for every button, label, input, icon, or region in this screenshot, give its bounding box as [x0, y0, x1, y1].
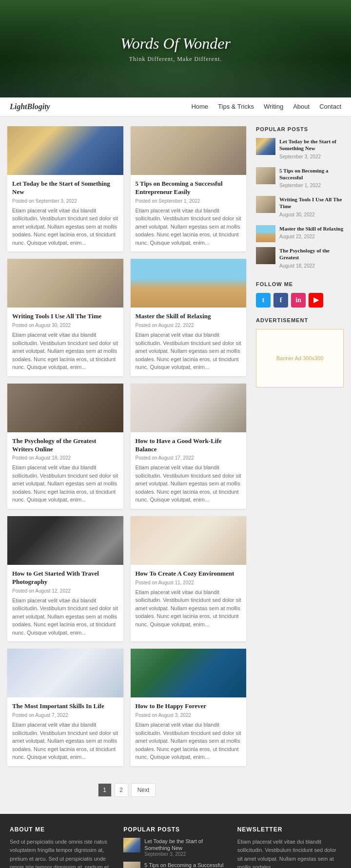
- post-title: How to Have a Good Work-Life Balance: [136, 437, 242, 454]
- instagram-icon[interactable]: in: [291, 293, 306, 308]
- hero-title: Words Of Wonder: [120, 35, 231, 53]
- post-title: How to Get Started With Travel Photograp…: [12, 570, 118, 586]
- sidebar-popular-item[interactable]: Master the Skill of Relaxing August 22, …: [256, 225, 344, 242]
- nav-home[interactable]: Home: [191, 103, 208, 110]
- post-card[interactable]: 5 Tips on Becoming a Successful Entrepre…: [131, 126, 247, 251]
- post-image: [131, 384, 247, 432]
- popular-post-thumb: [256, 138, 275, 155]
- sidebar-popular-item[interactable]: 5 Tips on Becoming a Successful Septembe…: [256, 167, 344, 192]
- post-title: Writing Tools I Use All The Time: [12, 312, 118, 321]
- footer-popular-item[interactable]: 5 Tips on Becoming a Successful Entrepre…: [123, 862, 227, 868]
- nav-writing[interactable]: Writing: [264, 103, 283, 110]
- footer-post-title: Let Today be the Start of Something New: [144, 838, 227, 852]
- nav-tips[interactable]: Tips & Tricks: [218, 103, 254, 110]
- post-card[interactable]: Writing Tools I Use All The Time Posted …: [7, 259, 123, 376]
- footer: ABOUT ME Sed ut perspiciatis unde omnis …: [0, 814, 351, 868]
- pagination: 1 2 Next: [7, 776, 246, 804]
- post-title: The Most Important Skills In Life: [12, 702, 118, 711]
- post-title: How To Create A Cozy Environment: [136, 570, 242, 578]
- popular-post-title: 5 Tips on Becoming a Successful: [279, 167, 344, 181]
- post-date: Posted on August 17, 2022: [136, 455, 242, 461]
- footer-post-info: 5 Tips on Becoming a Successful Entrepre…: [144, 862, 227, 868]
- post-card[interactable]: Master the Skill of Relaxing Posted on A…: [131, 259, 247, 376]
- popular-post-title: Writing Tools I Use All The Time: [279, 196, 344, 210]
- popular-post-thumb: [256, 225, 275, 242]
- footer-thumb-image: [123, 862, 140, 868]
- post-image: [131, 259, 247, 308]
- page-2-button[interactable]: 2: [115, 783, 128, 797]
- post-card[interactable]: How to Be Happy Forever Posted on August…: [131, 649, 247, 766]
- popular-post-image: [256, 225, 275, 242]
- post-excerpt: Etiam placerat velit vitae dui blandit s…: [12, 331, 118, 371]
- post-date: Posted on August 3, 2022: [136, 713, 242, 718]
- post-image: [7, 384, 123, 432]
- post-title: 5 Tips on Becoming a Successful Entrepre…: [136, 180, 242, 196]
- popular-post-image: [256, 196, 275, 213]
- ad-box: Banner Ad 300x300: [256, 329, 344, 387]
- footer-popular-item[interactable]: Let Today be the Start of Something New …: [123, 838, 227, 857]
- post-card[interactable]: The Psychology of the Greatest Writers O…: [7, 384, 123, 509]
- hero-subtitle: Think Different, Make Different.: [129, 56, 222, 63]
- sidebar-popular-item[interactable]: Writing Tools I Use All The Time August …: [256, 196, 344, 220]
- popular-posts-heading: POPULAR POSTS: [256, 126, 344, 132]
- ad-label: Banner Ad 300x300: [276, 355, 324, 361]
- post-title: Let Today be the Start of Something New: [12, 180, 118, 196]
- popular-post-title: The Psychology of the Greatest: [279, 247, 344, 261]
- popular-post-image: [256, 167, 275, 184]
- popular-post-date: August 30, 2022: [279, 212, 344, 217]
- popular-post-date: September 3, 2022: [279, 154, 344, 159]
- post-body: How to Get Started With Travel Photograp…: [7, 565, 123, 641]
- post-card[interactable]: How to Get Started With Travel Photograp…: [7, 516, 123, 641]
- popular-posts-section: POPULAR POSTS Let Today be the Start of …: [256, 126, 344, 271]
- nav-contact[interactable]: Contact: [319, 103, 341, 110]
- nav-about[interactable]: About: [293, 103, 310, 110]
- footer-post-title: 5 Tips on Becoming a Successful Entrepre…: [144, 862, 227, 868]
- popular-post-info: Writing Tools I Use All The Time August …: [279, 196, 344, 220]
- popular-post-title: Let Today be the Start of Something New: [279, 138, 344, 152]
- post-excerpt: Etiam placerat velit vitae dui blandit s…: [12, 597, 118, 637]
- popular-post-thumb: [256, 196, 275, 213]
- post-card[interactable]: Let Today be the Start of Something New …: [7, 126, 123, 251]
- post-card[interactable]: How To Create A Cozy Environment Posted …: [131, 516, 247, 641]
- post-body: How to Be Happy Forever Posted on August…: [131, 697, 247, 766]
- post-date: Posted on September 1, 2022: [136, 198, 242, 204]
- sidebar-popular-item[interactable]: The Psychology of the Greatest August 18…: [256, 247, 344, 271]
- social-icons: t f in ▶: [256, 293, 344, 308]
- next-button[interactable]: Next: [131, 783, 156, 797]
- popular-post-title: Master the Skill of Relaxing: [279, 225, 343, 232]
- post-card[interactable]: The Most Important Skills In Life Posted…: [7, 649, 123, 766]
- footer-about-heading: ABOUT ME: [10, 826, 114, 833]
- post-title: Master the Skill of Relaxing: [136, 312, 242, 321]
- post-body: The Psychology of the Greatest Writers O…: [7, 432, 123, 509]
- popular-post-thumb: [256, 247, 275, 264]
- facebook-icon[interactable]: f: [273, 293, 288, 308]
- post-date: Posted on August 7, 2022: [12, 713, 118, 718]
- post-image: [131, 516, 247, 565]
- twitter-icon[interactable]: t: [256, 293, 271, 308]
- footer-inner: ABOUT ME Sed ut perspiciatis unde omnis …: [10, 826, 341, 868]
- popular-post-date: August 18, 2022: [279, 263, 344, 269]
- popular-post-image: [256, 138, 275, 155]
- page-1-button[interactable]: 1: [98, 783, 112, 797]
- post-image: [7, 126, 123, 175]
- footer-post-date: September 3, 2022: [144, 851, 227, 857]
- popular-post-info: Let Today be the Start of Something New …: [279, 138, 344, 162]
- post-image: [131, 126, 247, 175]
- post-body: 5 Tips on Becoming a Successful Entrepre…: [131, 175, 247, 251]
- post-excerpt: Etiam placerat velit vitae dui blandit s…: [12, 207, 118, 247]
- sidebar-popular-item[interactable]: Let Today be the Start of Something New …: [256, 138, 344, 162]
- post-card[interactable]: How to Have a Good Work-Life Balance Pos…: [131, 384, 247, 509]
- follow-section: FOLLOW ME t f in ▶: [256, 281, 344, 308]
- footer-thumb: [123, 862, 140, 868]
- hero-section: Words Of Wonder Think Different, Make Di…: [0, 0, 351, 97]
- footer-popular: POPULAR POSTS Let Today be the Start of …: [123, 826, 227, 868]
- footer-newsletter-text: Etiam placerat velit vitae dui blandit s…: [237, 838, 341, 868]
- post-excerpt: Etiam placerat velit vitae dui blandit s…: [136, 331, 242, 371]
- post-image: [7, 516, 123, 565]
- nav-logo[interactable]: LightBlogity: [10, 102, 50, 111]
- post-excerpt: Etiam placerat velit vitae dui blandit s…: [136, 721, 242, 761]
- sidebar: POPULAR POSTS Let Today be the Start of …: [256, 126, 344, 804]
- footer-newsletter-heading: NEWSLETTER: [237, 826, 341, 833]
- youtube-icon[interactable]: ▶: [309, 293, 323, 308]
- post-date: Posted on August 22, 2022: [136, 323, 242, 328]
